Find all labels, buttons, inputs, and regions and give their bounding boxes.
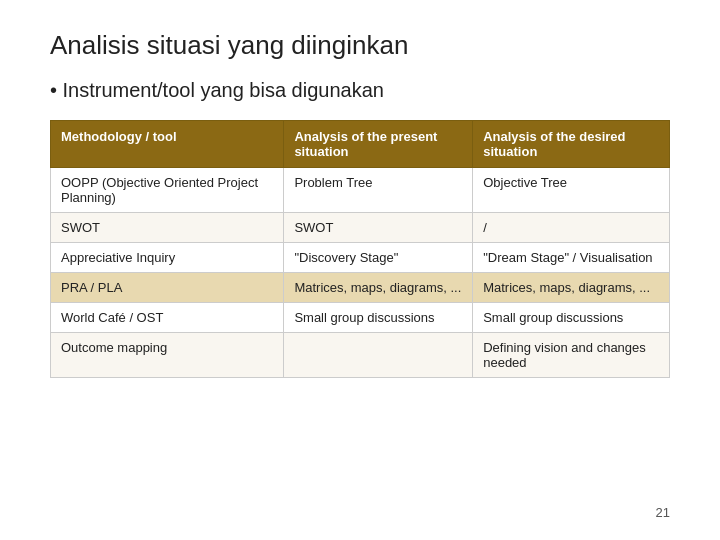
table-row: Appreciative Inquiry"Discovery Stage""Dr… [51,243,670,273]
methodology-table: Methodology / tool Analysis of the prese… [50,120,670,378]
page-title: Analisis situasi yang diinginkan [50,30,670,61]
table-cell: SWOT [51,213,284,243]
table-cell: Appreciative Inquiry [51,243,284,273]
table-header-row: Methodology / tool Analysis of the prese… [51,121,670,168]
table-cell: Problem Tree [284,168,473,213]
table-cell: Objective Tree [473,168,670,213]
table-cell: Matrices, maps, diagrams, ... [284,273,473,303]
table-cell: PRA / PLA [51,273,284,303]
table-cell: OOPP (Objective Oriented Project Plannin… [51,168,284,213]
table-row: SWOTSWOT/ [51,213,670,243]
table-row: World Café / OSTSmall group discussionsS… [51,303,670,333]
table-cell: "Dream Stage" / Visualisation [473,243,670,273]
table-cell: Small group discussions [284,303,473,333]
table-cell: Small group discussions [473,303,670,333]
table-cell [284,333,473,378]
table-cell: SWOT [284,213,473,243]
table-row: PRA / PLAMatrices, maps, diagrams, ...Ma… [51,273,670,303]
table-row: Outcome mappingDefining vision and chang… [51,333,670,378]
page-number: 21 [50,505,670,520]
page-subtitle: • Instrument/tool yang bisa digunakan [50,79,670,102]
table-container: Methodology / tool Analysis of the prese… [50,120,670,499]
table-cell: Outcome mapping [51,333,284,378]
table-cell: Defining vision and changes needed [473,333,670,378]
main-page: Analisis situasi yang diinginkan • Instr… [0,0,720,540]
table-cell: "Discovery Stage" [284,243,473,273]
table-row: OOPP (Objective Oriented Project Plannin… [51,168,670,213]
col-header-present: Analysis of the present situation [284,121,473,168]
col-header-desired: Analysis of the desired situation [473,121,670,168]
table-cell: Matrices, maps, diagrams, ... [473,273,670,303]
table-cell: / [473,213,670,243]
col-header-methodology: Methodology / tool [51,121,284,168]
table-cell: World Café / OST [51,303,284,333]
